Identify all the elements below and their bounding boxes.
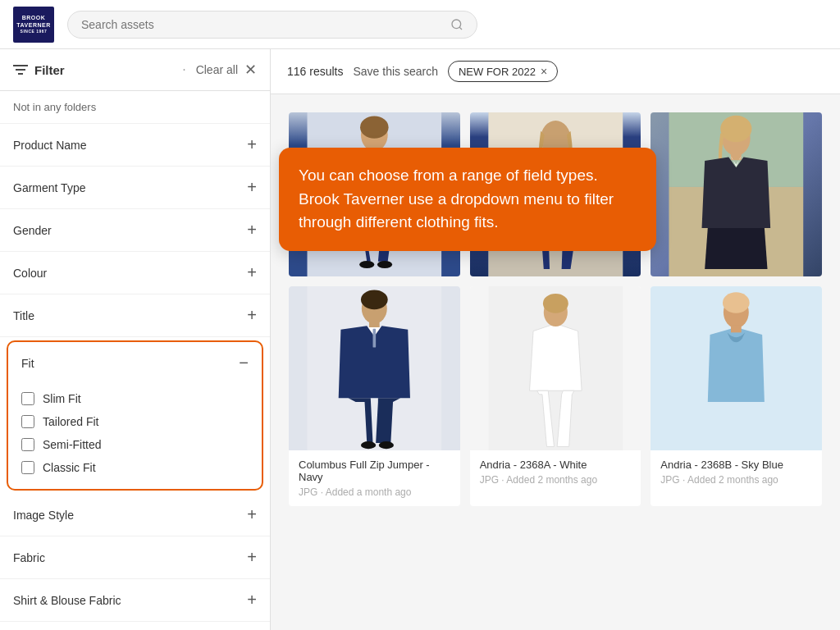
expand-icon-image-style: + [247, 505, 257, 524]
svg-point-29 [361, 441, 376, 449]
image-grid-bottom: Columbus Full Zip Jumper - Navy JPG · Ad… [271, 281, 840, 511]
semi-fitted-label: Semi-Fitted [43, 438, 102, 451]
header: BROOK TAVERNER SINCE 1967 [0, 0, 840, 49]
image-card-1[interactable]: Columbus Full Zip Jumper - Navy JPG · Ad… [289, 286, 460, 506]
save-search-button[interactable]: Save this search [353, 65, 438, 78]
card-1-info: Columbus Full Zip Jumper - Navy JPG · Ad… [289, 450, 460, 506]
clear-all-button[interactable]: Clear all [196, 63, 238, 76]
dot-separator: · [182, 62, 185, 77]
search-bar[interactable] [67, 11, 477, 39]
card-2-info: Andria - 2368A - White JPG · Added 2 mon… [470, 450, 641, 494]
fit-option-classic[interactable]: Classic Fit [21, 456, 249, 479]
sidebar: Filter · Clear all ✕ Not in any folders … [0, 49, 271, 630]
close-sidebar-button[interactable]: ✕ [244, 61, 257, 79]
svg-point-21 [721, 116, 752, 143]
filter-label: Filter [34, 63, 172, 77]
sidebar-toolbar: Filter · Clear all ✕ [0, 49, 270, 91]
card-3-meta: JPG · Added 2 months ago [660, 474, 812, 486]
image-card-2[interactable]: Andria - 2368A - White JPG · Added 2 mon… [470, 286, 641, 506]
fit-option-slim[interactable]: Slim Fit [21, 387, 249, 410]
slim-fit-checkbox[interactable] [21, 392, 34, 405]
filter-item-shirt-blouse-fabric[interactable]: Shirt & Blouse Fabric + [0, 579, 270, 622]
fit-filter-header[interactable]: Fit − [8, 342, 262, 384]
search-input[interactable] [81, 18, 444, 31]
filter-lines-icon [13, 64, 28, 75]
tag-label: NEW FOR 2022 [459, 66, 536, 78]
results-count: 116 results [287, 65, 343, 78]
svg-point-0 [452, 20, 461, 29]
fit-filter-section: Fit − Slim Fit Tailored Fit Semi-Fitted [7, 340, 263, 491]
svg-point-10 [377, 261, 392, 268]
fit-option-semi[interactable]: Semi-Fitted [21, 433, 249, 456]
person-silhouette-white [470, 286, 641, 450]
image-card-3[interactable]: Andria - 2368B - Sky Blue JPG · Added 2 … [651, 286, 822, 506]
fit-option-tailored[interactable]: Tailored Fit [21, 410, 249, 433]
svg-point-30 [379, 441, 394, 449]
filter-item-title[interactable]: Title + [0, 294, 270, 337]
card-image-3 [651, 286, 822, 450]
card-image-2 [470, 286, 641, 450]
filter-list-top: Product Name + Garment Type + Gender + C… [0, 124, 270, 337]
filter-item-garment-type[interactable]: Garment Type + [0, 167, 270, 209]
active-filter-tag[interactable]: NEW FOR 2022 × [448, 61, 558, 82]
tailored-fit-checkbox[interactable] [21, 415, 34, 428]
collapse-icon-fit: − [239, 354, 249, 372]
card-2-meta: JPG · Added 2 months ago [480, 474, 632, 486]
expand-icon-product-name: + [247, 135, 257, 154]
filter-item-gender[interactable]: Gender + [0, 209, 270, 252]
person-silhouette-3 [651, 112, 822, 276]
card-image-1 [289, 286, 460, 450]
svg-rect-37 [731, 325, 742, 332]
svg-point-9 [359, 261, 374, 268]
content-area: 116 results Save this search NEW FOR 202… [271, 49, 840, 630]
person-silhouette-blue [651, 286, 822, 450]
callout-tooltip: You can choose from a range of field typ… [279, 148, 656, 251]
svg-point-36 [723, 292, 750, 313]
tailored-fit-label: Tailored Fit [43, 415, 98, 428]
card-1-meta: JPG · Added a month ago [299, 486, 450, 498]
card-1-title: Columbus Full Zip Jumper - Navy [299, 459, 450, 483]
card-3-title: Andria - 2368B - Sky Blue [660, 459, 812, 471]
filter-list-bottom: Image Style + Fabric + Shirt & Blouse Fa… [0, 494, 270, 630]
expand-icon-fabric: + [247, 548, 257, 567]
content-toolbar: 116 results Save this search NEW FOR 202… [271, 49, 840, 94]
card-3-info: Andria - 2368B - Sky Blue JPG · Added 2 … [651, 450, 822, 494]
card-2-title: Andria - 2368A - White [480, 459, 632, 471]
slim-fit-label: Slim Fit [43, 392, 81, 405]
person-silhouette-suit [289, 286, 460, 450]
image-card-top-3[interactable] [651, 112, 822, 276]
filter-item-image-style[interactable]: Image Style + [0, 494, 270, 536]
svg-point-33 [543, 294, 568, 313]
logo: BROOK TAVERNER SINCE 1967 [13, 7, 54, 43]
filter-item-colour[interactable]: Colour + [0, 252, 270, 294]
svg-rect-28 [373, 329, 377, 348]
fit-options-list: Slim Fit Tailored Fit Semi-Fitted Classi… [8, 384, 262, 489]
svg-point-7 [360, 116, 389, 139]
filter-item-fabric[interactable]: Fabric + [0, 536, 270, 579]
expand-icon-garment-type: + [247, 178, 257, 197]
logo-text: BROOK TAVERNER SINCE 1967 [16, 14, 50, 34]
card-image-top-3 [651, 112, 822, 276]
expand-icon-gender: + [247, 221, 257, 240]
tag-remove-icon[interactable]: × [541, 65, 547, 78]
expand-icon-title: + [247, 306, 257, 325]
folder-note: Not in any folders [0, 91, 270, 124]
fit-filter-label: Fit [21, 357, 34, 370]
expand-icon-colour: + [247, 263, 257, 282]
svg-point-25 [361, 290, 388, 310]
callout-text: You can choose from a range of field typ… [299, 167, 614, 231]
semi-fitted-checkbox[interactable] [21, 438, 34, 451]
classic-fit-checkbox[interactable] [21, 461, 34, 474]
filter-item-product-name[interactable]: Product Name + [0, 124, 270, 167]
expand-icon-shirt-blouse-fabric: + [247, 591, 257, 609]
main-layout: Filter · Clear all ✕ Not in any folders … [0, 49, 840, 630]
filter-item-shirt-blouse-sleeve[interactable]: Shirt & Blouse Sleeve Length + [0, 622, 270, 630]
classic-fit-label: Classic Fit [43, 461, 96, 474]
svg-line-1 [459, 27, 462, 30]
search-icon [450, 18, 463, 31]
